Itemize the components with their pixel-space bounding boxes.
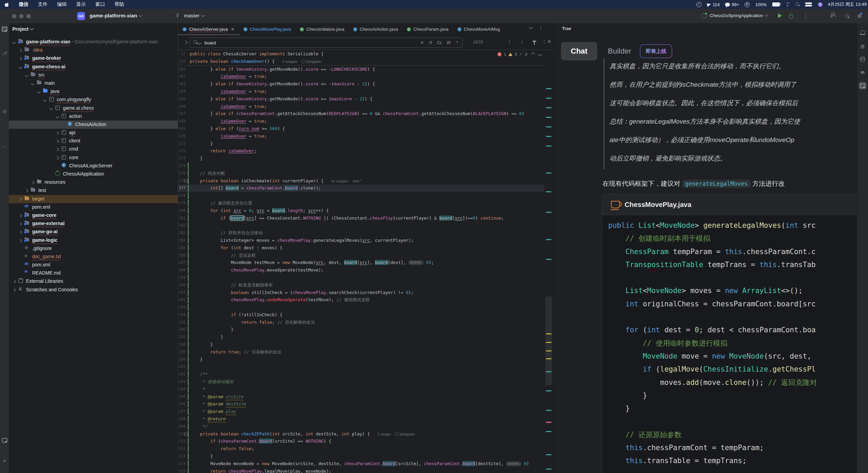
- menubar-clock[interactable]: 4月25日 周五 13:49: [828, 1, 867, 8]
- chevron-right-icon[interactable]: [19, 197, 22, 201]
- tree-item-game-logic[interactable]: game-logic: [9, 236, 178, 245]
- battery-icon[interactable]: [772, 2, 780, 6]
- tree-item-pom-xml[interactable]: mpom.xml: [9, 203, 178, 211]
- filter-icon[interactable]: [532, 41, 536, 43]
- search-everywhere-icon[interactable]: [845, 14, 849, 20]
- search-toggle-xx[interactable]: .*: [455, 40, 458, 45]
- run-button[interactable]: [778, 13, 782, 18]
- prev-match-icon[interactable]: ↑: [508, 39, 511, 44]
- next-match-icon[interactable]: ↓: [521, 39, 523, 44]
- stripe-mark[interactable]: [546, 191, 551, 192]
- tree-item-scratches-and-consoles[interactable]: ≣Scratches and Consoles: [9, 286, 178, 294]
- more-tools-icon[interactable]: ⋯: [1, 143, 8, 150]
- tree-item-api[interactable]: api: [9, 129, 178, 137]
- chevron-down-icon[interactable]: [56, 115, 59, 118]
- search-field[interactable]: ✕↺CcW.*: [190, 38, 463, 48]
- debug-button[interactable]: [789, 14, 793, 18]
- tab-options-icon[interactable]: ⋮: [538, 25, 543, 30]
- stripe-mark[interactable]: [546, 410, 551, 411]
- menubar-item[interactable]: 文件: [33, 1, 52, 8]
- error-stripe[interactable]: [544, 23, 553, 473]
- run-configuration[interactable]: ChessGoSpringApplication: [710, 13, 767, 18]
- spotlight-icon[interactable]: [796, 2, 800, 6]
- stripe-mark[interactable]: [546, 350, 551, 351]
- apple-icon[interactable]: [0, 0, 14, 9]
- structure-tool-icon[interactable]: ◎: [1, 108, 8, 114]
- chevron-right-icon[interactable]: [56, 131, 59, 135]
- tree-item-cmd[interactable]: cmd: [9, 145, 178, 153]
- add-user-icon[interactable]: [831, 14, 835, 16]
- menubar-item[interactable]: 显示: [71, 1, 91, 8]
- chevron-right-icon[interactable]: [56, 140, 59, 143]
- inspections-widget[interactable]: !1 5 ✓3: [497, 52, 542, 56]
- stripe-mark[interactable]: [546, 390, 551, 391]
- stripe-mark[interactable]: [546, 259, 551, 260]
- code-card[interactable]: ChessMovePlay.java public List<MoveNode>…: [602, 194, 857, 473]
- chevron-right-icon[interactable]: [25, 189, 28, 193]
- chevron-down-icon[interactable]: [13, 41, 16, 44]
- tab-chat[interactable]: Chat: [561, 42, 597, 60]
- tree-item-test[interactable]: test: [9, 186, 178, 195]
- control-center-icon[interactable]: [805, 2, 813, 6]
- tree-item-resources[interactable]: resources: [9, 178, 178, 186]
- menubar-item[interactable]: 帮助: [110, 1, 129, 8]
- stripe-mark[interactable]: [546, 212, 551, 213]
- chevron-right-icon[interactable]: [13, 280, 16, 283]
- stripe-mark[interactable]: [546, 342, 551, 343]
- tree-item-chessaiapplication[interactable]: ChessAiApplication: [9, 170, 178, 178]
- tree-item--gitignore[interactable]: ⊘.gitignore: [9, 245, 178, 253]
- search-toggle-x[interactable]: ✕: [420, 40, 424, 45]
- branch-switcher[interactable]: master: [184, 13, 204, 18]
- chevron-right-icon[interactable]: [56, 148, 59, 151]
- stripe-mark[interactable]: [546, 126, 551, 127]
- editor-tab-chessmoveplay.java[interactable]: CChessMovePlay.java: [239, 23, 295, 35]
- expand-search-icon[interactable]: [184, 40, 187, 44]
- aperture-icon[interactable]: [696, 2, 702, 7]
- status-text[interactable]: 100%: [755, 2, 766, 7]
- tree-item-main[interactable]: main: [9, 79, 178, 87]
- tree-item-com-yingyangfly[interactable]: com.yingyangfly: [9, 96, 178, 104]
- stripe-mark[interactable]: [546, 358, 551, 359]
- stripe-mark[interactable]: [546, 172, 551, 173]
- editor-tab-chessinitialize.java[interactable]: CChessInitialize.java: [295, 23, 349, 35]
- tree-item-game-external[interactable]: game-external: [9, 220, 178, 228]
- bird-icon[interactable]: 114: [707, 2, 720, 7]
- chevron-right-icon[interactable]: [56, 156, 59, 159]
- parallels-icon[interactable]: P: [745, 2, 750, 7]
- maven-icon[interactable]: m: [859, 68, 866, 76]
- tree-item-client[interactable]: client: [9, 137, 178, 145]
- prev-problem-icon[interactable]: [531, 52, 535, 56]
- stripe-mark[interactable]: [546, 422, 551, 423]
- chevron-right-icon[interactable]: [19, 49, 22, 52]
- editor-tab-chessmoveaimsg[interactable]: CChessMoveAIMsg: [453, 23, 504, 35]
- wechat-icon[interactable]: 99+: [725, 2, 739, 7]
- tree-item-external-libraries[interactable]: External Libraries: [9, 277, 178, 286]
- chevron-right-icon[interactable]: [19, 231, 22, 234]
- stripe-mark[interactable]: [546, 371, 551, 372]
- tree-item--idea[interactable]: .idea: [9, 46, 178, 54]
- tree-item-action[interactable]: action: [9, 112, 178, 121]
- menubar-item[interactable]: 窗口: [91, 1, 110, 8]
- tree-item-pom-xml[interactable]: mpom.xml: [9, 261, 178, 269]
- panel-icon[interactable]: [859, 82, 866, 89]
- next-problem-icon[interactable]: [538, 52, 542, 56]
- tree-item-core[interactable]: core: [9, 154, 178, 162]
- tree-item-game-core[interactable]: game-core: [9, 211, 178, 220]
- chevron-down-icon[interactable]: [50, 107, 53, 110]
- tree-item-chessailogicserver[interactable]: CChessAiLogicServer: [9, 162, 178, 170]
- project-panel-header[interactable]: Project: [12, 26, 33, 32]
- project-tool-icon[interactable]: [1, 26, 8, 32]
- chevron-down-icon[interactable]: [37, 90, 41, 94]
- code-editor[interactable]: 27public class ChessAiServer implements …: [178, 50, 544, 473]
- search-toggle-Cc[interactable]: Cc: [437, 40, 442, 45]
- search-input[interactable]: [204, 40, 397, 46]
- tree-item-game-chess-ai[interactable]: game-chess-ai: [9, 63, 178, 71]
- tree-item-game-broker[interactable]: game-broker: [9, 54, 178, 62]
- stripe-mark[interactable]: [546, 431, 551, 432]
- tree-item-target[interactable]: target: [9, 195, 178, 203]
- tab-builder[interactable]: Builder: [608, 42, 631, 60]
- chevron-down-icon[interactable]: [43, 98, 47, 102]
- more-actions-icon[interactable]: ⋮: [803, 13, 808, 18]
- bell-icon[interactable]: [859, 29, 866, 36]
- tree-item-java[interactable]: java: [9, 87, 178, 96]
